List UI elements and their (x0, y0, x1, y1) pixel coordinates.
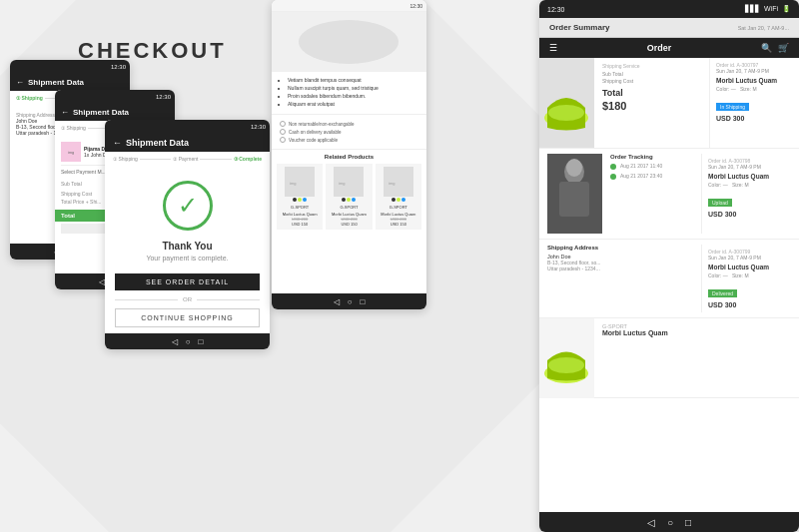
bottom-nav-5: ◁ ○ □ (539, 512, 799, 532)
step1-2: ① Shipping (61, 125, 86, 131)
square-nav-icon-5[interactable]: □ (685, 517, 691, 528)
order-right-panel-2: Order id. A-300798 Sun Jan 20, 7 AM-9 PM… (701, 154, 791, 234)
back-arrow-icon-1[interactable]: ← (16, 78, 24, 87)
first-order-panel: Shipping Service Sub Total Shipping Cost… (539, 58, 799, 149)
related-item-1[interactable]: img G-SPORT Morbi Luctus Quam USD 200 US… (277, 164, 323, 230)
cart-icon[interactable]: 🛒 (778, 43, 789, 53)
shipping-cost-label: Shipping Cost (602, 78, 701, 84)
header-3: ← Shipment Data (105, 134, 270, 152)
hamburger-icon[interactable]: ☰ (549, 43, 557, 53)
sub-total-label: Sub Total (602, 71, 701, 77)
first-order-details: Shipping Service Sub Total Shipping Cost… (594, 58, 709, 148)
wifi-icon: WiFi (764, 5, 778, 13)
related-image-1: img (285, 167, 315, 197)
related-image-2: img (334, 167, 364, 197)
svg-text:img: img (389, 181, 395, 186)
order-price-3: USD 300 (708, 301, 785, 308)
order-color-size-main: Color: — Size: M (716, 86, 793, 92)
related-item-3[interactable]: img G-SPORT Morbi Luctus Quam USD 200 US… (376, 164, 421, 230)
order-price-main: USD 300 (716, 115, 793, 122)
checkbox-icon-3 (280, 137, 286, 143)
item-image-2: img (61, 142, 81, 162)
tracking-step-2: Aug 21 2017 23:40 (610, 173, 693, 180)
color-dots-1 (293, 198, 307, 202)
back-arrow-icon-2[interactable]: ← (61, 108, 69, 117)
total-amount: Total (602, 88, 701, 98)
related-brand-2: G-SPORT (340, 205, 358, 210)
color-dots-2 (342, 198, 356, 202)
bullet-list-4: Vetiam blandit tempus consequat Nullam s… (272, 72, 426, 114)
icon-row-4: Non returnable/non-exchangable Cash on d… (272, 114, 426, 150)
back-nav-icon-5[interactable]: ◁ (647, 517, 655, 528)
thankyou-body-3: ✓ Thank You Your payment is complete. SE… (105, 166, 270, 337)
color-dot-lime (298, 198, 302, 202)
shoe-image-row: G-SPORT Morbi Luctus Quam (539, 318, 799, 398)
bullet3-4: Proin sodales bibendum bibendum. (288, 93, 418, 99)
order-color-size-2: Color: — Size: M (708, 182, 785, 188)
product-hero-svg (272, 12, 426, 72)
related-item-2[interactable]: img G-SPORT Morbi Luctus Quam USD 200 US… (326, 164, 372, 230)
related-image-3: img (384, 167, 413, 197)
color-dot-blue (303, 198, 307, 202)
svg-rect-15 (577, 217, 585, 232)
square-nav-icon-4[interactable]: □ (361, 297, 366, 306)
bullet4-4: Aliquam erat volutpat (288, 101, 418, 107)
order-status-2: Upload (708, 199, 732, 207)
related-svg-2: img (334, 167, 364, 197)
tracking-athlete-image (547, 154, 602, 234)
see-order-button-3[interactable]: SEE ORDER DETAIL (115, 273, 260, 290)
bullet1-4: Vetiam blandit tempus consequat (288, 77, 418, 83)
continue-shopping-button-3[interactable]: CONTINUE SHOPPING (115, 308, 260, 327)
step2-3: ② Payment (173, 156, 198, 162)
home-nav-icon-4[interactable]: ○ (348, 297, 353, 306)
svg-point-16 (566, 159, 582, 177)
shoe-order-detail: G-SPORT Morbi Luctus Quam (594, 318, 799, 397)
thankyou-sub-3: Your payment is complete. (146, 255, 228, 262)
order-tracking-panel: Order Tracking Aug 21 2017 11:40 Aug 21 … (539, 149, 799, 240)
related-grid-4: img G-SPORT Morbi Luctus Quam USD 200 US… (272, 164, 426, 230)
phone-frame-4: 12:30 Vetiam blandit tempus consequat Nu… (272, 0, 426, 309)
non-returnable-text: Non returnable/non-exchangable (289, 122, 355, 127)
color-dot-blue-2 (352, 198, 356, 202)
step1-1: ① Shipping (16, 95, 43, 101)
status-bar-4: 12:30 (272, 0, 426, 12)
signal-icon: ▋▋▋ (745, 5, 760, 13)
gsport-product-name: Morbi Luctus Quam (602, 329, 791, 336)
or-line-right (197, 299, 260, 300)
back-nav-icon-4[interactable]: ◁ (334, 297, 340, 306)
color-dots-3 (392, 198, 405, 202)
back-nav-icon-3[interactable]: ◁ (172, 337, 178, 346)
color-dot-black-2 (342, 198, 346, 202)
cash-on-delivery-item-4: Cash on delivery available (280, 129, 418, 135)
related-svg-3: img (384, 167, 413, 197)
first-order-image (539, 58, 594, 148)
status-icons-5: ▋▋▋ WiFi 🔋 (745, 5, 791, 13)
bottom-nav-3: ◁ ○ □ (105, 333, 270, 349)
order-summary-date: Sat Jan 20, 7 AM-9... (738, 25, 789, 31)
order-header-icons: 🔍 🛒 (761, 43, 789, 53)
svg-rect-14 (564, 217, 572, 232)
order-summary-title: Order Summary (549, 23, 609, 32)
shoe-svg-order3 (539, 318, 594, 398)
step-line1-3 (140, 159, 171, 160)
order-status-3: Delivered (708, 289, 737, 297)
home-nav-icon-3[interactable]: ○ (186, 337, 191, 346)
cash-on-delivery-text-4: Cash on delivery available (289, 130, 342, 135)
shipping-address-panel: Shipping Address John Doe B-13, Second f… (539, 240, 799, 318)
order-price-2: USD 300 (708, 211, 785, 218)
home-nav-icon-5[interactable]: ○ (667, 517, 673, 528)
voucher-text: Voucher code applicable (289, 138, 338, 143)
svg-point-10 (548, 105, 584, 121)
tracking-dot-2 (610, 174, 616, 180)
back-arrow-icon-3[interactable]: ← (113, 138, 122, 148)
checkbox-icon-2 (280, 129, 286, 135)
order-app-title: Order (647, 43, 672, 53)
related-price-new-2: USD 150 (341, 222, 357, 227)
step1-3: ① Shipping (113, 156, 138, 162)
related-brand-1: G-SPORT (291, 205, 309, 210)
svg-text:img: img (290, 181, 296, 186)
tracking-date-1: Aug 21 2017 11:40 (620, 163, 662, 169)
status-time-2: 12:30 (156, 94, 171, 100)
square-nav-icon-3[interactable]: □ (199, 337, 204, 346)
search-icon[interactable]: 🔍 (761, 43, 772, 53)
